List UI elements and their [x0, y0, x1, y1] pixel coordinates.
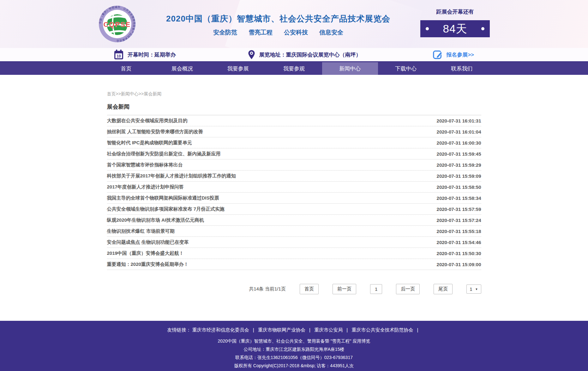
news-title-link[interactable]: 重要通知：2020重庆安博会延期举办！: [107, 261, 189, 267]
news-row: 2019中国（重庆）安博会盛大起航！ 2020-07-31 15:50:30: [107, 248, 481, 259]
nav-item-label: 新闻中心: [339, 65, 361, 72]
site-logo[interactable]: 中国（重庆）智慧城市、公共安全暨警用装备产品技术展览会 CQPSE: [98, 5, 136, 43]
news-title-link[interactable]: 首个国家智慧城市评价指标体将出台: [107, 162, 183, 168]
nav-item-visit[interactable]: 我要参观: [266, 62, 322, 75]
news-date: 2020-07-31 15:55:18: [437, 229, 481, 234]
footer-link[interactable]: 重庆市经济和信息化委员会: [192, 327, 249, 332]
main-content: 首页>>新闻中心>>展会新闻 展会新闻 大数据在公共安全领域应用类别及目的 20…: [107, 75, 481, 321]
news-row: 大数据在公共安全领域应用类别及目的 2020-07-31 16:01:31: [107, 115, 481, 126]
page-title: 2020中国（重庆）智慧城市、社会公共安全产品技术展览会: [142, 13, 415, 24]
news-title-link[interactable]: 我国主导的全球首个物联网架构国际标准通过DIS投票: [107, 195, 219, 201]
news-list: 大数据在公共安全领域应用类别及目的 2020-07-31 16:01:31 抽丝…: [107, 115, 481, 270]
footer-links: 友情链接： 重庆市经济和信息化委员会 | 重庆市物联网产业协会 | 重庆市公安局…: [0, 327, 588, 333]
nav-item-news[interactable]: 新闻中心: [322, 62, 378, 75]
footer-line-copyright: 版权所有 Copyright(C)2017-2018 &mbsp; 访客：443…: [0, 362, 588, 370]
site-footer: 友情链接： 重庆市经济和信息化委员会 | 重庆市物联网产业协会 | 重庆市公安局…: [0, 321, 588, 371]
news-date: 2020-07-31 15:57:24: [437, 218, 481, 223]
subtitle-item: 雪亮工程: [249, 28, 273, 37]
nav-item-download[interactable]: 下载中心: [378, 62, 434, 75]
section-head: 展会新闻: [107, 103, 481, 115]
news-row: 2017年度创新人才推进计划申报问答 2020-07-31 15:58:50: [107, 182, 481, 193]
register-pencil-icon: [433, 50, 443, 60]
footer-link[interactable]: 重庆市公共安全技术防范协会: [351, 327, 413, 332]
footer-link[interactable]: 重庆市公安局: [314, 327, 343, 332]
page-select[interactable]: 1 ▼: [466, 284, 481, 294]
nav-item-exhibit[interactable]: 我要参展: [210, 62, 266, 75]
news-date: 2020-07-31 16:00:30: [437, 140, 481, 146]
footer-line-address: 公司地址：重庆市江北区建新东路阳光海岸A座15楼: [0, 345, 588, 353]
news-date: 2020-07-31 15:54:46: [437, 240, 481, 245]
countdown-box: 84天: [420, 20, 490, 37]
venue-info: 展览地址：重庆国际会议展览中心（南坪）: [248, 50, 361, 60]
news-title-link[interactable]: 2019中国（重庆）安博会盛大起航！: [107, 250, 184, 256]
news-row: 安全问题成焦点 生物识别功能已在变革 2020-07-31 15:54:46: [107, 237, 481, 248]
footer-line-phone: 联系电话：张先生13621061056（微信同号）023-67936317: [0, 353, 588, 362]
footer-separator: |: [417, 327, 418, 332]
pagination-page-button[interactable]: 1: [370, 284, 382, 294]
news-title-link[interactable]: 抽丝剥茧 人工智能给安防带来哪些方面的改善: [107, 129, 203, 135]
news-title-link[interactable]: 大数据在公共安全领域应用类别及目的: [107, 118, 188, 124]
pagination-prev-button[interactable]: 前一页: [333, 284, 356, 294]
nav-item-label: 我要参观: [283, 65, 305, 72]
subtitle-item: 信息安全: [319, 28, 343, 37]
news-title-link[interactable]: 生物识别技术爆红 市场前景可期: [107, 228, 175, 234]
news-date: 2020-07-31 15:59:29: [437, 162, 481, 168]
news-row: 智能化时代 IPC是构成物联网的重要单元 2020-07-31 16:00:30: [107, 137, 481, 148]
cqpse-logo-icon: 中国（重庆）智慧城市、公共安全暨警用装备产品技术展览会 CQPSE: [98, 5, 136, 43]
news-title-link[interactable]: 安全问题成焦点 生物识别功能已在变革: [107, 239, 189, 245]
subtitle-item: 安全防范: [213, 28, 237, 37]
news-row: 我国主导的全球首个物联网架构国际标准通过DIS投票 2020-07-31 15:…: [107, 193, 481, 204]
info-bar: 10 开幕时间：延期举办 展览地址：重庆国际会议展览中心（南坪） 报名参展>>: [0, 48, 588, 62]
footer-line-expo: 2020中国（重庆）智慧城市、社会公共安全、警用装备暨 "雪亮工程" 应用博览: [0, 337, 588, 345]
nav-item-label: 首页: [121, 65, 132, 72]
nav-item-contact[interactable]: 联系我们: [434, 62, 490, 75]
news-title-link[interactable]: 纵观2020年生物识别市场 AI技术激活亿元商机: [107, 217, 204, 223]
news-row: 纵观2020年生物识别市场 AI技术激活亿元商机 2020-07-31 15:5…: [107, 215, 481, 226]
news-date: 2020-07-31 15:50:30: [437, 251, 481, 256]
subtitle-item: 公安科技: [284, 28, 308, 37]
countdown-widget: 距展会开幕还有 84天: [420, 0, 490, 37]
footer-separator: |: [253, 327, 254, 332]
news-date: 2020-07-31 16:01:04: [437, 129, 481, 135]
news-date: 2020-07-31 15:59:45: [437, 151, 481, 157]
calendar-icon: 10: [114, 50, 123, 60]
nav-item-label: 我要参展: [227, 65, 249, 72]
venue-text: 展览地址：重庆国际会议展览中心（南坪）: [259, 51, 361, 58]
page-select-value: 1: [470, 286, 472, 292]
nav-item-overview[interactable]: 展会概况: [154, 62, 210, 75]
news-title-link[interactable]: 2017年度创新人才推进计划申报问答: [107, 184, 184, 190]
news-date: 2020-07-31 15:58:50: [437, 184, 481, 190]
subtitle-keywords: 安全防范 雪亮工程 公安科技 信息安全: [142, 28, 415, 37]
register-link[interactable]: 报名参展>>: [433, 50, 474, 60]
countdown-dot: [481, 27, 484, 30]
news-row: 重要通知：2020重庆安博会延期举办！ 2020-07-31 15:09:00: [107, 259, 481, 270]
footer-links-label: 友情链接：: [167, 327, 191, 332]
open-time-info: 10 开幕时间：延期举办: [114, 50, 176, 60]
pagination-next-button[interactable]: 后一页: [396, 284, 420, 294]
news-row: 公共安全领域生物识别多项国家标准发布 7月份正式实施 2020-07-31 15…: [107, 204, 481, 215]
nav-item-label: 联系我们: [451, 65, 472, 72]
news-date: 2020-07-31 15:58:34: [437, 195, 481, 201]
site-header: 中国（重庆）智慧城市、公共安全暨警用装备产品技术展览会 CQPSE 2020中国…: [0, 0, 588, 48]
nav-item-home[interactable]: 首页: [98, 62, 154, 75]
pagination-last-button[interactable]: 尾页: [434, 284, 453, 294]
nav-item-label: 下载中心: [395, 65, 417, 72]
register-link-label: 报名参展>>: [446, 51, 474, 58]
calendar-day-number: 10: [117, 54, 121, 58]
countdown-dot: [426, 27, 429, 30]
news-title-link[interactable]: 科技部关于开展2017年创新人才推进计划组织推荐工作的通知: [107, 173, 236, 179]
news-title-link[interactable]: 社会综合治理创新为安防提出新定位、新内涵及新应用: [107, 151, 221, 157]
news-title-link[interactable]: 智能化时代 IPC是构成物联网的重要单元: [107, 140, 192, 146]
footer-link[interactable]: 重庆市物联网产业协会: [258, 327, 305, 332]
dropdown-arrow-icon: ▼: [475, 288, 478, 291]
open-time-text: 开幕时间：延期举办: [128, 51, 176, 58]
news-row: 生物识别技术爆红 市场前景可期 2020-07-31 15:55:18: [107, 226, 481, 237]
logo-acronym: CQPSE: [103, 21, 131, 28]
news-title-link[interactable]: 公共安全领域生物识别多项国家标准发布 7月份正式实施: [107, 206, 225, 212]
pagination-first-button[interactable]: 首页: [300, 284, 319, 294]
pagination-summary: 共14条 当前1/1页: [249, 286, 286, 292]
news-row: 科技部关于开展2017年创新人才推进计划组织推荐工作的通知 2020-07-31…: [107, 171, 481, 182]
nav-item-label: 展会概况: [171, 65, 193, 72]
breadcrumb[interactable]: 首页>>新闻中心>>展会新闻: [107, 75, 481, 97]
footer-separator: |: [309, 327, 310, 332]
